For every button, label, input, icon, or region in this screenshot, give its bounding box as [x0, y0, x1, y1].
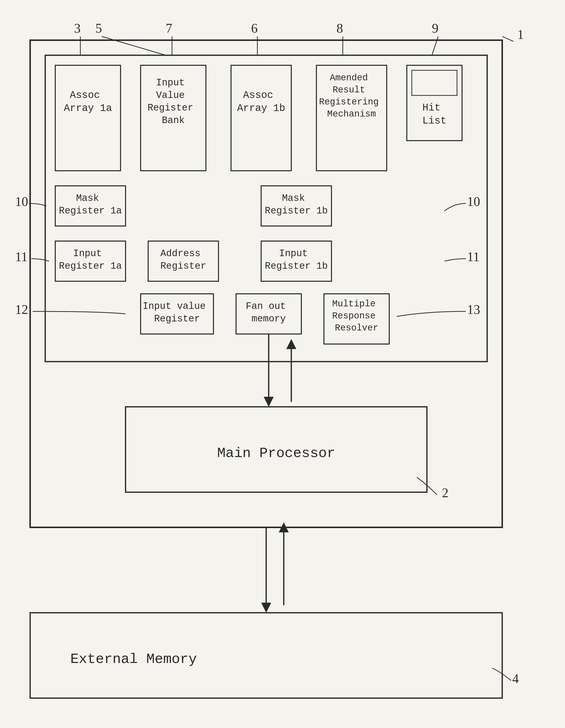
- ref-4: 4: [512, 671, 519, 686]
- arrow-up-resolver: [286, 339, 296, 349]
- ref-3: 3: [74, 21, 81, 35]
- svg-line-6: [102, 36, 166, 55]
- ref-7: 7: [166, 21, 172, 35]
- ref-1: 1: [517, 27, 524, 42]
- multiple-response-resolver-label: Multiple Response Resolver: [332, 299, 381, 333]
- ref-11-left: 11: [15, 250, 28, 264]
- ref-8: 8: [336, 21, 343, 35]
- ref-10-left: 10: [15, 194, 28, 209]
- assoc-array-1b-box: [231, 65, 291, 171]
- arrow-down-fanout: [264, 397, 274, 407]
- assoc-array-1a-box: [55, 65, 121, 171]
- arrow-down-ext: [261, 603, 271, 613]
- svg-line-10: [432, 36, 438, 55]
- external-memory-label: External Memory: [70, 651, 197, 667]
- svg-line-4: [502, 36, 514, 41]
- ref-2: 2: [442, 486, 448, 500]
- hit-list-inner-box: [412, 70, 457, 95]
- ref-11-right: 11: [467, 250, 480, 264]
- ref-6: 6: [251, 21, 258, 35]
- ref-12: 12: [15, 302, 28, 317]
- ref-5: 5: [95, 21, 102, 35]
- ref-9: 9: [432, 21, 438, 35]
- ref-13: 13: [467, 302, 480, 317]
- main-processor-label: Main Processor: [217, 445, 335, 461]
- ref-10-right: 10: [467, 194, 480, 209]
